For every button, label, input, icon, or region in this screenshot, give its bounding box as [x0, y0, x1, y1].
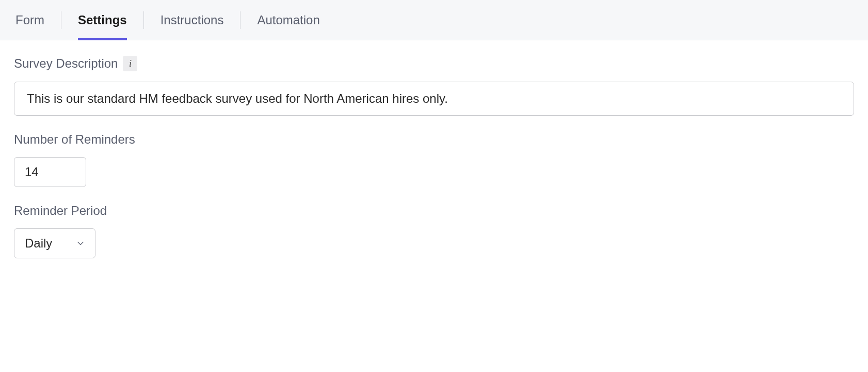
reminder-period-value: Daily: [25, 236, 76, 251]
tab-settings[interactable]: Settings: [78, 1, 127, 40]
number-of-reminders-field: Number of Reminders: [14, 132, 854, 187]
chevron-down-icon: [76, 239, 85, 247]
info-icon[interactable]: i: [123, 56, 137, 71]
number-of-reminders-label: Number of Reminders: [14, 132, 135, 147]
field-label-row: Reminder Period: [14, 204, 854, 218]
tab-form[interactable]: Form: [15, 1, 44, 40]
survey-description-label: Survey Description: [14, 56, 118, 71]
tab-separator: [61, 11, 61, 29]
reminder-period-select[interactable]: Daily: [14, 228, 95, 258]
reminder-period-label: Reminder Period: [14, 204, 107, 218]
tab-automation[interactable]: Automation: [257, 1, 319, 40]
tab-separator: [143, 11, 144, 29]
tab-bar: Form Settings Instructions Automation: [0, 0, 868, 40]
survey-description-input[interactable]: [14, 82, 854, 116]
field-label-row: Survey Description i: [14, 56, 854, 71]
survey-description-field: Survey Description i: [14, 56, 854, 116]
field-label-row: Number of Reminders: [14, 132, 854, 147]
tab-instructions[interactable]: Instructions: [160, 1, 224, 40]
reminder-period-field: Reminder Period Daily: [14, 204, 854, 258]
number-of-reminders-input[interactable]: [14, 157, 86, 187]
settings-panel: Survey Description i Number of Reminders…: [0, 40, 868, 290]
tab-separator: [240, 11, 240, 29]
